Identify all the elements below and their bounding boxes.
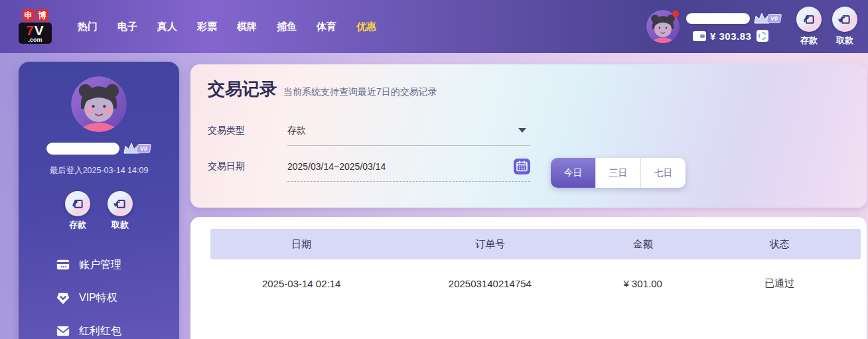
calendar-picker-button[interactable] bbox=[514, 159, 530, 174]
table-header-order-no: 订单号 bbox=[392, 238, 587, 251]
table-header-row: 日期 订单号 金额 状态 bbox=[210, 229, 861, 259]
deposit-icon bbox=[802, 13, 816, 26]
page-body: V0 最后登入2025-03-14 14:09 存款 bbox=[0, 53, 868, 339]
top-navbar: 申 博 7V .com 热门 电子 真人 彩票 棋牌 捕鱼 体育 优惠 bbox=[0, 0, 868, 53]
account-card-icon bbox=[56, 257, 70, 272]
table-header-date: 日期 bbox=[210, 238, 392, 251]
brand-name-white: V bbox=[35, 23, 44, 38]
brand-badge-left: 申 bbox=[23, 9, 35, 21]
top-withdraw-label: 取款 bbox=[836, 34, 853, 46]
brand-logo[interactable]: 申 博 7V .com bbox=[17, 9, 53, 44]
sidebar-item-vip-privileges[interactable]: VIP特权 bbox=[19, 281, 179, 314]
top-deposit-label: 存款 bbox=[800, 34, 818, 46]
user-meta: V0 ¥ 303.83 bbox=[686, 11, 786, 42]
last-login-text: 最后登入2025-03-14 14:09 bbox=[50, 165, 149, 176]
transaction-type-label: 交易类型 bbox=[208, 125, 287, 137]
table-row: 2025-03-14 02:14 202503140214754 ¥ 301.0… bbox=[210, 259, 861, 307]
calendar-icon bbox=[516, 161, 528, 172]
nav-item-fishing[interactable]: 捕鱼 bbox=[267, 14, 307, 40]
brand-badges: 申 博 bbox=[23, 9, 48, 21]
nav-item-sports[interactable]: 体育 bbox=[307, 14, 346, 40]
refresh-balance-button[interactable] bbox=[757, 30, 768, 42]
cell-date: 2025-03-14 02:14 bbox=[210, 278, 392, 289]
range-button-today[interactable]: 今日 bbox=[551, 158, 595, 188]
page-title: 交易记录 bbox=[208, 78, 277, 101]
transaction-type-value: 存款 bbox=[287, 125, 306, 137]
sidebar-item-bonus-redpacket[interactable]: 红利红包 bbox=[19, 314, 179, 339]
cell-status: 已通过 bbox=[698, 277, 861, 290]
sidebar: V0 最后登入2025-03-14 14:09 存款 bbox=[19, 62, 179, 339]
cell-amount: ¥ 301.00 bbox=[587, 278, 698, 289]
red-envelope-icon bbox=[56, 324, 70, 338]
brand-name-red: 7 bbox=[26, 23, 35, 38]
sidebar-menu: 账户管理 VIP特权 红利红包 bbox=[19, 248, 179, 339]
withdraw-icon bbox=[838, 13, 851, 26]
transaction-table-card: 日期 订单号 金额 状态 2025-03-14 02:14 2025031402… bbox=[190, 217, 867, 339]
withdraw-icon bbox=[113, 197, 127, 210]
cell-order-no: 202503140214754 bbox=[392, 278, 587, 289]
sidebar-withdraw-label: 取款 bbox=[111, 219, 129, 231]
nav-item-slots[interactable]: 电子 bbox=[108, 14, 147, 40]
sidebar-vip-level-badge: V0 bbox=[136, 144, 151, 153]
transaction-date-value: 2025/03/14~2025/03/14 bbox=[287, 161, 386, 172]
nav-item-promo[interactable]: 优惠 bbox=[346, 14, 386, 40]
sidebar-deposit-button[interactable]: 存款 bbox=[65, 191, 90, 231]
wallet-icon bbox=[693, 31, 706, 41]
refresh-icon bbox=[759, 32, 766, 40]
nav-item-cards[interactable]: 棋牌 bbox=[227, 14, 267, 40]
vip-level-badge: V0 bbox=[766, 14, 782, 23]
sidebar-username-redacted bbox=[46, 143, 119, 155]
chevron-down-icon bbox=[518, 128, 526, 133]
brand-name-box: 7V .com bbox=[19, 23, 52, 44]
page-subtitle: 当前系统支持查询最近7日的交易记录 bbox=[283, 86, 437, 98]
sidebar-item-label: 账户管理 bbox=[79, 258, 121, 272]
deposit-icon bbox=[71, 197, 84, 210]
username-redacted bbox=[686, 13, 750, 24]
top-user-area: V0 ¥ 303.83 存款 bbox=[646, 0, 857, 53]
notification-dot bbox=[672, 11, 679, 17]
range-button-3days[interactable]: 三日 bbox=[595, 158, 640, 188]
nav-item-hot[interactable]: 热门 bbox=[68, 14, 108, 40]
sidebar-deposit-label: 存款 bbox=[69, 219, 86, 231]
sidebar-withdraw-button[interactable]: 取款 bbox=[108, 191, 133, 231]
transaction-date-input[interactable]: 2025/03/14~2025/03/14 bbox=[287, 151, 530, 182]
transaction-filter-card: 交易记录 当前系统支持查询最近7日的交易记录 交易类型 存款 交易日期 2025… bbox=[190, 64, 867, 208]
table-header-status: 状态 bbox=[698, 238, 861, 251]
sidebar-item-label: VIP特权 bbox=[79, 291, 117, 305]
sidebar-item-account-management[interactable]: 账户管理 bbox=[19, 248, 179, 281]
transaction-date-label: 交易日期 bbox=[208, 161, 287, 172]
avatar[interactable] bbox=[646, 10, 680, 43]
sidebar-avatar bbox=[71, 76, 127, 132]
main-nav: 热门 电子 真人 彩票 棋牌 捕鱼 体育 优惠 bbox=[68, 14, 386, 40]
top-withdraw-button[interactable]: 取款 bbox=[832, 7, 857, 46]
brand-tld: .com bbox=[19, 37, 52, 42]
date-range-segmented-control: 今日 三日 七日 bbox=[551, 158, 686, 188]
brand-badge-right: 博 bbox=[36, 9, 48, 21]
sidebar-item-label: 红利红包 bbox=[79, 324, 121, 338]
nav-item-lottery[interactable]: 彩票 bbox=[187, 14, 227, 40]
top-deposit-button[interactable]: 存款 bbox=[796, 7, 822, 46]
range-button-7days[interactable]: 七日 bbox=[640, 158, 686, 188]
balance-amount: ¥ 303.83 bbox=[710, 31, 751, 42]
table-header-amount: 金额 bbox=[587, 238, 698, 251]
vip-badge-icon bbox=[56, 291, 70, 305]
transaction-type-select[interactable]: 存款 bbox=[287, 115, 530, 146]
nav-item-live[interactable]: 真人 bbox=[147, 14, 187, 40]
